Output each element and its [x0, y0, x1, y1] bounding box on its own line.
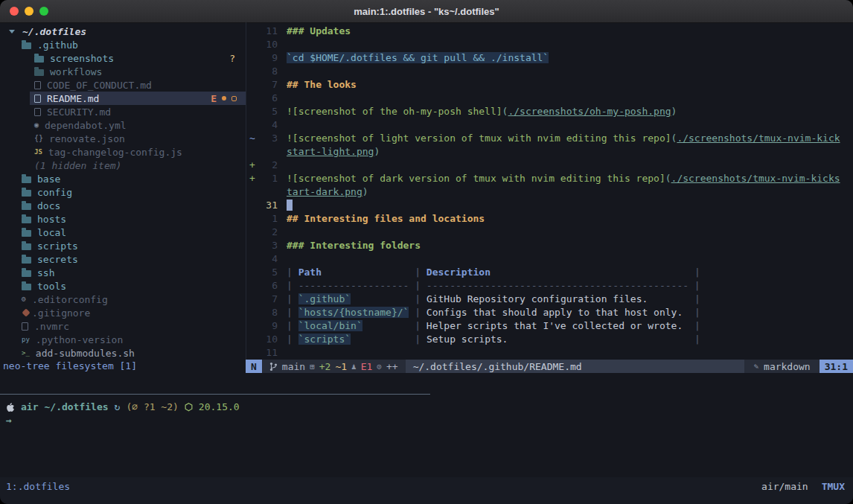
syntax-segment: ): [362, 186, 368, 197]
file-icon: [34, 95, 41, 103]
editor-line[interactable]: 7## The looks: [246, 78, 853, 92]
gutter-sign: [246, 319, 260, 333]
braces-icon: {}: [34, 135, 43, 142]
editor-line[interactable]: 9`cd $HOME/.dotfiles && git pull && ./in…: [246, 51, 853, 65]
tree-item[interactable]: py.python-version: [0, 333, 246, 346]
tree-item[interactable]: docs: [0, 199, 246, 212]
editor-line[interactable]: 3### Interesting folders: [246, 239, 853, 252]
editor-line[interactable]: 11: [246, 346, 853, 360]
tree-item[interactable]: config: [0, 185, 246, 199]
tree-item[interactable]: JStag-changelog-config.js: [0, 145, 246, 159]
editor-line[interactable]: 31: [246, 199, 853, 212]
syntax-segment: |: [409, 267, 426, 278]
tree-item[interactable]: local: [0, 226, 246, 239]
tree-item-label: hosts: [37, 214, 66, 225]
tree-item[interactable]: tools: [0, 279, 246, 293]
line-text: | `.github` | GitHub Repository configur…: [287, 293, 700, 306]
tree-item[interactable]: (1 hidden item): [0, 159, 246, 172]
tree-item[interactable]: screenshots?: [0, 51, 246, 65]
editor-line[interactable]: 2: [246, 226, 853, 239]
tree-item-label: dependabot.yml: [45, 120, 127, 131]
tree-item[interactable]: {}renovate.json: [0, 132, 246, 145]
statusline: neo-tree filesystem [1] N main ⊞ +2 ~1 ♟…: [0, 360, 853, 373]
line-text: start-light.png): [287, 145, 380, 159]
line-text: | `local/bin` | Helper scripts that I've…: [287, 319, 700, 333]
gutter-sign: [246, 293, 260, 306]
syntax-segment: ./screenshots/tmux-nvim-kicks: [671, 173, 840, 184]
editor-line[interactable]: 6| ------------------- | ---------------…: [246, 279, 853, 293]
markdown-icon: ✎: [753, 362, 758, 371]
line-text: | `scripts` | Setup scripts. |: [287, 333, 700, 346]
editor-line[interactable]: start-light.png): [246, 145, 853, 159]
syntax-segment: |: [287, 267, 298, 278]
editor-line[interactable]: 4: [246, 118, 853, 132]
mode-indicator: N: [246, 360, 262, 373]
editor-line[interactable]: 4: [246, 252, 853, 266]
editor-line[interactable]: tart-dark.png): [246, 185, 853, 199]
editor-line[interactable]: ~3![screenshot of light version of tmux …: [246, 132, 853, 145]
statusline-git-section: main ⊞ +2 ~1 ♟ E1 ⊙ ++: [262, 360, 406, 373]
tree-item[interactable]: .nvmrc: [0, 319, 246, 333]
tree-item[interactable]: ⚙.editorconfig: [0, 293, 246, 306]
tree-item[interactable]: >_add-submodules.sh: [0, 346, 246, 360]
editor-line[interactable]: +2: [246, 159, 853, 172]
js-icon: JS: [34, 149, 42, 156]
tree-item[interactable]: CODE_OF_CONDUCT.md: [0, 78, 246, 92]
tmux-mode-badge: TMUX: [822, 481, 845, 492]
tree-item[interactable]: hosts: [0, 212, 246, 226]
shell-prompt-line2[interactable]: →: [6, 415, 12, 427]
editor-buffer[interactable]: 11### Updates109`cd $HOME/.dotfiles && g…: [246, 25, 853, 360]
gutter-sign: [246, 239, 260, 252]
editor-line[interactable]: 5![screenshot of the oh-my-posh shell](.…: [246, 105, 853, 118]
line-number: 11: [260, 25, 278, 38]
file-tree[interactable]: ~/.dotfiles.githubscreenshots?workflowsC…: [0, 25, 246, 360]
line-number: 5: [260, 105, 278, 118]
tree-item-label: .nvmrc: [34, 321, 69, 332]
editor-line[interactable]: 9| `local/bin` | Helper scripts that I'v…: [246, 319, 853, 333]
line-text: tart-dark.png): [287, 185, 368, 199]
prompt-host: air: [21, 401, 38, 412]
editor-line[interactable]: 7| `.github` | GitHub Repository configu…: [246, 293, 853, 306]
editor-line[interactable]: 6: [246, 92, 853, 105]
tree-item[interactable]: ssh: [0, 266, 246, 279]
tree-item[interactable]: scripts: [0, 239, 246, 252]
close-button[interactable]: [10, 7, 19, 16]
tree-item-label: .editorconfig: [32, 294, 108, 305]
tree-item-label: .github: [37, 39, 78, 51]
minimize-button[interactable]: [25, 7, 33, 16]
editor-line[interactable]: 10| `scripts` | Setup scripts. |: [246, 333, 853, 346]
tree-item[interactable]: README.mdE: [0, 92, 246, 105]
tree-item-label: ssh: [37, 267, 54, 278]
tree-item-label: SECURITY.md: [47, 106, 111, 118]
editor-line[interactable]: 11### Updates: [246, 25, 853, 38]
line-number: [260, 145, 278, 159]
syntax-segment: |: [689, 307, 700, 318]
syntax-segment: Setup scripts.: [426, 334, 508, 345]
tree-item[interactable]: ~/.dotfiles: [0, 25, 246, 38]
tree-item[interactable]: .gitignore: [0, 306, 246, 319]
tmux-pane-border[interactable]: [0, 394, 430, 395]
editor-line[interactable]: 1## Interesting files and locations: [246, 212, 853, 226]
gutter-sign: [246, 212, 260, 226]
line-number: 4: [260, 252, 278, 266]
line-text: ![screenshot of light version of tmux wi…: [287, 132, 840, 145]
editor-line[interactable]: 8| `hosts/{hostname}/` | Configs that sh…: [246, 306, 853, 319]
editor-line[interactable]: +1![screenshot of dark version of tmux w…: [246, 172, 853, 185]
tree-item[interactable]: base: [0, 172, 246, 185]
tmux-window-item[interactable]: 1:.dotfiles: [6, 481, 70, 492]
tree-item[interactable]: secrets: [0, 252, 246, 266]
untracked-badge: ?: [229, 53, 235, 64]
syntax-segment: `.github`: [298, 293, 351, 304]
editor-line[interactable]: 10: [246, 38, 853, 51]
tmux-session-name: air/main: [761, 481, 808, 492]
tree-item[interactable]: ◉dependabot.yml: [0, 118, 246, 132]
tree-item[interactable]: SECURITY.md: [0, 105, 246, 118]
tree-item[interactable]: .github: [0, 38, 246, 51]
editor-line[interactable]: 8: [246, 65, 853, 78]
gutter-sign: [246, 346, 260, 360]
tree-item[interactable]: workflows: [0, 65, 246, 78]
shell-prompt[interactable]: air ~/.dotfiles ↻ (⌀ ?1 ~2) 20.15.0: [6, 401, 240, 413]
editor-line[interactable]: 5| Path | Description |: [246, 266, 853, 279]
zoom-button[interactable]: [39, 7, 48, 16]
folder-icon: [22, 270, 31, 277]
